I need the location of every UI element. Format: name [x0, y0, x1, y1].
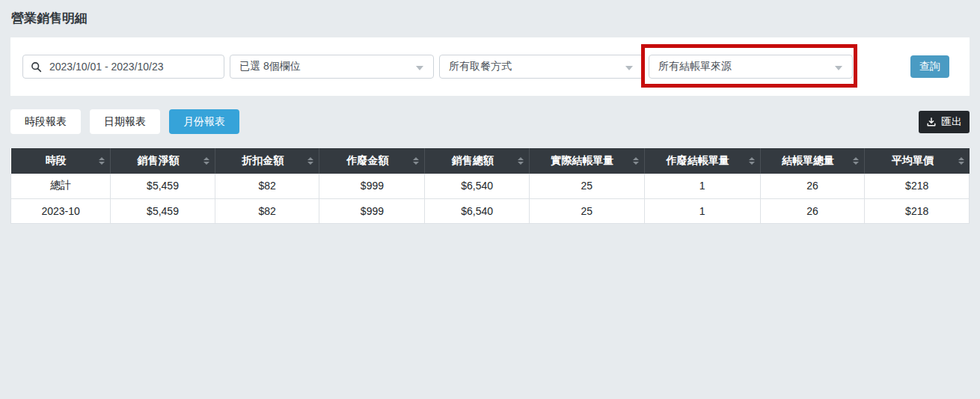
sort-icon[interactable] — [203, 157, 209, 165]
table-cell: 26 — [760, 198, 865, 223]
table-cell: $999 — [319, 174, 425, 198]
table-header-row: 時段銷售淨額折扣金額作廢金額銷售總額實際結帳單量作廢結帳單量結帳單總量平均單價 — [11, 148, 970, 174]
bill-source-select-wrapper: 所有結帳單來源 — [649, 55, 853, 79]
table-cell: 25 — [530, 198, 645, 223]
table-cell: 2023-10 — [11, 198, 111, 223]
date-range-input[interactable] — [48, 60, 216, 73]
column-header-label: 銷售淨額 — [138, 154, 180, 166]
pickup-method-select[interactable]: 所有取餐方式 — [439, 55, 643, 79]
table-header: 時段銷售淨額折扣金額作廢金額銷售總額實際結帳單量作廢結帳單量結帳單總量平均單價 — [11, 148, 970, 174]
column-header[interactable]: 平均單價 — [865, 148, 970, 174]
table-cell: $6,540 — [425, 174, 530, 198]
table-cell: $5,459 — [111, 198, 215, 223]
sales-report-table: 時段銷售淨額折扣金額作廢金額銷售總額實際結帳單量作廢結帳單量結帳單總量平均單價 … — [10, 148, 970, 224]
table-row: 2023-10$5,459$82$999$6,54025126$218 — [11, 198, 970, 223]
column-header[interactable]: 作廢結帳單量 — [644, 148, 760, 174]
report-toolbar: 時段報表 日期報表 月份報表 匯出 — [10, 109, 970, 134]
column-header-label: 作廢結帳單量 — [667, 154, 729, 166]
sort-icon[interactable] — [749, 157, 755, 165]
column-header-label: 銷售總額 — [452, 154, 494, 166]
column-header[interactable]: 折扣金額 — [215, 148, 319, 174]
table-cell: $82 — [215, 174, 319, 198]
tab-date-report[interactable]: 日期報表 — [90, 109, 160, 134]
column-header[interactable]: 銷售淨額 — [111, 148, 215, 174]
column-header[interactable]: 銷售總額 — [425, 148, 530, 174]
export-button[interactable]: 匯出 — [919, 111, 970, 133]
columns-select[interactable]: 已選 8個欄位 — [230, 55, 434, 79]
table-cell: $218 — [865, 174, 970, 198]
column-header-label: 結帳單總量 — [782, 154, 834, 166]
page-title: 營業銷售明細 — [0, 0, 980, 27]
table-cell: 1 — [644, 174, 760, 198]
column-header-label: 實際結帳單量 — [551, 154, 613, 166]
column-header-label: 平均單價 — [892, 154, 934, 166]
sort-icon[interactable] — [99, 157, 105, 165]
sort-icon[interactable] — [958, 157, 964, 165]
table-cell: $999 — [319, 198, 425, 223]
column-header-label: 折扣金額 — [242, 154, 284, 166]
chevron-down-icon — [835, 66, 842, 70]
bill-source-select-value: 所有結帳單來源 — [658, 60, 732, 73]
date-range-input-wrapper[interactable] — [22, 55, 224, 79]
column-header[interactable]: 作廢金額 — [319, 148, 425, 174]
column-header[interactable]: 時段 — [11, 148, 111, 174]
sort-icon[interactable] — [633, 157, 639, 165]
query-button[interactable]: 查詢 — [910, 55, 949, 78]
pickup-method-select-value: 所有取餐方式 — [449, 60, 512, 73]
tab-month-report[interactable]: 月份報表 — [169, 109, 239, 134]
filter-bar: 已選 8個欄位 所有取餐方式 所有結帳單來源 查詢 — [10, 37, 970, 96]
table-cell: $218 — [865, 198, 970, 223]
table-cell: 1 — [644, 198, 760, 223]
chevron-down-icon — [625, 66, 633, 70]
tab-time-period-report[interactable]: 時段報表 — [10, 109, 81, 134]
sort-icon[interactable] — [853, 157, 859, 165]
table-cell: $82 — [215, 198, 319, 223]
column-header-label: 作廢金額 — [346, 154, 388, 166]
table-cell: $5,459 — [111, 174, 215, 198]
bill-source-select[interactable]: 所有結帳單來源 — [649, 55, 853, 79]
column-header[interactable]: 實際結帳單量 — [530, 148, 645, 174]
column-header-label: 時段 — [46, 154, 67, 166]
table-cell: 26 — [760, 174, 865, 198]
columns-select-value: 已選 8個欄位 — [239, 60, 301, 73]
sort-icon[interactable] — [518, 157, 524, 165]
sort-icon[interactable] — [307, 157, 313, 165]
export-button-label: 匯出 — [941, 115, 962, 129]
table-row: 總計$5,459$82$999$6,54025126$218 — [11, 174, 970, 198]
download-icon — [926, 117, 937, 127]
table-cell: 25 — [530, 174, 645, 198]
search-icon — [31, 61, 42, 73]
column-header[interactable]: 結帳單總量 — [760, 148, 865, 174]
table-cell: $6,540 — [425, 198, 530, 223]
chevron-down-icon — [416, 66, 423, 70]
table-cell: 總計 — [11, 174, 111, 198]
sort-icon[interactable] — [413, 157, 419, 165]
table-body: 總計$5,459$82$999$6,54025126$2182023-10$5,… — [11, 174, 970, 223]
